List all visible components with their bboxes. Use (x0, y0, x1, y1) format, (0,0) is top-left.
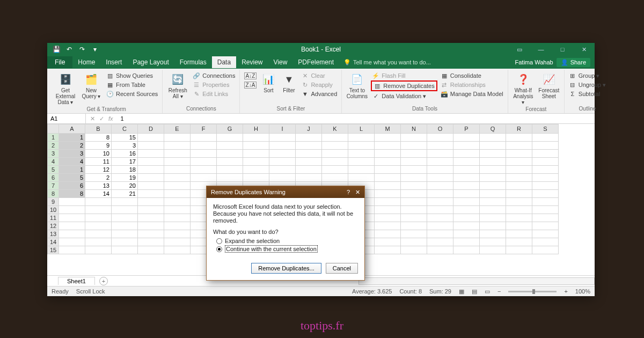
user-name[interactable]: Fatima Wahab (515, 59, 553, 65)
zoom-slider[interactable] (508, 291, 557, 292)
maximize-icon[interactable]: □ (552, 43, 573, 56)
tab-data[interactable]: Data (212, 56, 236, 68)
relationships-icon: ⇄ (441, 81, 448, 89)
qat-customize-icon[interactable]: ▾ (90, 45, 100, 54)
show-queries-icon: ▥ (106, 72, 114, 79)
data-validation-icon: ✓ (372, 92, 379, 100)
ungroup-icon: ⊟ (569, 81, 576, 89)
window-controls: ▭ — □ ✕ (509, 43, 595, 56)
subtotal-button[interactable]: ΣSubtotal (568, 90, 607, 98)
remove-duplicates-button[interactable]: ▥Remove Duplicates (371, 80, 437, 91)
clear-icon: ✕ (301, 72, 309, 79)
from-table-button[interactable]: ▦From Table (105, 80, 159, 89)
radio-continue-current[interactable]: Continue with the current selection (213, 245, 358, 253)
formula-input[interactable]: 1 (118, 115, 127, 122)
sheet-tab[interactable]: Sheet1 (58, 277, 95, 285)
enter-fx-icon[interactable]: ✓ (99, 115, 104, 122)
flash-icon: ⚡ (372, 72, 379, 79)
group-label: Forecast (525, 105, 546, 114)
group-label: Outline (579, 105, 596, 113)
cancel-fx-icon[interactable]: ✕ (90, 115, 95, 122)
text-columns-label: Text to Columns (347, 87, 368, 99)
redo-icon[interactable]: ↷ (77, 45, 87, 54)
consolidate-icon: ▦ (441, 72, 448, 79)
tab-insert[interactable]: Insert (100, 56, 127, 68)
connections-button[interactable]: 🔗Connections (192, 71, 236, 80)
get-external-data-button[interactable]: 🗄️ Get External Data ▾ (54, 71, 77, 105)
horizontal-scrollbar[interactable] (358, 277, 595, 285)
view-normal-icon[interactable]: ▦ (459, 288, 464, 295)
sort-icon: 📊 (261, 72, 276, 86)
flash-fill-button[interactable]: ⚡Flash Fill (371, 71, 437, 80)
minimize-icon[interactable]: — (530, 43, 552, 56)
advanced-icon: ▼ (301, 90, 309, 98)
group-icon: ⊞ (569, 72, 576, 79)
add-sheet-button[interactable]: + (99, 277, 108, 285)
new-query-label: New Query ▾ (82, 87, 100, 99)
reapply-button[interactable]: ↻Reapply (300, 80, 338, 89)
help-icon[interactable]: ? (347, 189, 350, 196)
sort-button[interactable]: 📊 Sort (259, 71, 277, 93)
sort-az-button[interactable]: A↓Z Z↓A (243, 71, 257, 89)
forecast-label: Forecast Sheet (538, 87, 559, 99)
group-button[interactable]: ⊞Group ▾ (568, 71, 607, 80)
fx-icon[interactable]: fx (108, 115, 113, 122)
dialog-message: Microsoft Excel found data next to your … (213, 203, 358, 224)
share-icon: 👤 (561, 59, 568, 66)
relationships-button[interactable]: ⇄Relationships (440, 80, 504, 89)
tab-home[interactable]: Home (72, 56, 100, 68)
refresh-all-button[interactable]: 🔄 Refresh All ▾ (166, 71, 189, 99)
tab-file[interactable]: File (47, 56, 72, 68)
dialog-titlebar[interactable]: Remove Duplicates Warning ? ✕ (207, 186, 364, 198)
edit-links-button[interactable]: ✎Edit Links (192, 90, 236, 98)
manage-data-model-button[interactable]: 🗃️Manage Data Model (440, 90, 504, 98)
remove-duplicates-warning-dialog: Remove Duplicates Warning ? ✕ Microsoft … (206, 186, 365, 281)
forecast-sheet-button[interactable]: 📈 Forecast Sheet (537, 71, 561, 99)
view-pagebreak-icon[interactable]: ▭ (485, 288, 490, 295)
undo-icon[interactable]: ↶ (64, 45, 74, 54)
show-queries-button[interactable]: ▥Show Queries (105, 71, 159, 80)
new-query-icon: 🗂️ (84, 72, 99, 86)
zoom-in-icon[interactable]: + (564, 288, 567, 295)
tab-page-layout[interactable]: Page Layout (127, 56, 174, 68)
radio-expand-selection[interactable]: Expand the selection (213, 237, 358, 245)
dialog-question: What do you want to do? (213, 229, 358, 235)
radio-icon (216, 238, 222, 244)
consolidate-button[interactable]: ▦Consolidate (440, 71, 504, 80)
close-dialog-icon[interactable]: ✕ (355, 189, 360, 196)
radio-icon (216, 246, 222, 252)
status-bar: Ready Scroll Lock Average: 3.625 Count: … (47, 286, 595, 296)
remove-duplicates-dialog-button[interactable]: Remove Duplicates... (251, 263, 321, 274)
status-sum: Sum: 29 (429, 288, 451, 295)
recent-sources-button[interactable]: 🕑Recent Sources (105, 90, 159, 98)
ribbon-options-icon[interactable]: ▭ (509, 43, 530, 56)
quick-access-toolbar: 💾 ↶ ↷ ▾ (47, 45, 104, 54)
what-if-button[interactable]: ❓ What-If Analysis ▾ (511, 71, 535, 105)
group-data-tools: 📄 Text to Columns ⚡Flash Fill ▥Remove Du… (342, 70, 508, 113)
filter-button[interactable]: ▼ Filter (280, 71, 298, 93)
subtotal-icon: Σ (569, 90, 576, 98)
zoom-out-icon[interactable]: − (497, 288, 501, 295)
connections-icon: 🔗 (193, 72, 200, 79)
cancel-button[interactable]: Cancel (326, 263, 358, 274)
name-box[interactable]: A1 (47, 114, 86, 123)
save-icon[interactable]: 💾 (52, 45, 61, 54)
clear-button[interactable]: ✕Clear (300, 71, 338, 80)
tab-review[interactable]: Review (236, 56, 268, 68)
tab-view[interactable]: View (268, 56, 293, 68)
tell-me-search[interactable]: 💡 Tell me what you want to do... (343, 59, 431, 66)
view-layout-icon[interactable]: ▤ (472, 288, 477, 295)
share-button[interactable]: 👤 Share (557, 58, 590, 67)
tab-pdfelement[interactable]: PDFelement (292, 56, 339, 68)
new-query-button[interactable]: 🗂️ New Query ▾ (79, 71, 103, 99)
close-icon[interactable]: ✕ (573, 43, 595, 56)
advanced-button[interactable]: ▼Advanced (300, 90, 338, 98)
formula-bar: A1 ✕ ✓ fx 1 (47, 114, 595, 124)
text-to-columns-button[interactable]: 📄 Text to Columns (345, 71, 369, 99)
properties-button[interactable]: ☰Properties (192, 80, 236, 89)
ungroup-button[interactable]: ⊟Ungroup ▾ (568, 80, 607, 89)
tab-formulas[interactable]: Formulas (174, 56, 212, 68)
data-validation-button[interactable]: ✓Data Validation ▾ (371, 92, 437, 100)
sort-label: Sort (264, 87, 273, 93)
zoom-level[interactable]: 100% (575, 288, 590, 295)
